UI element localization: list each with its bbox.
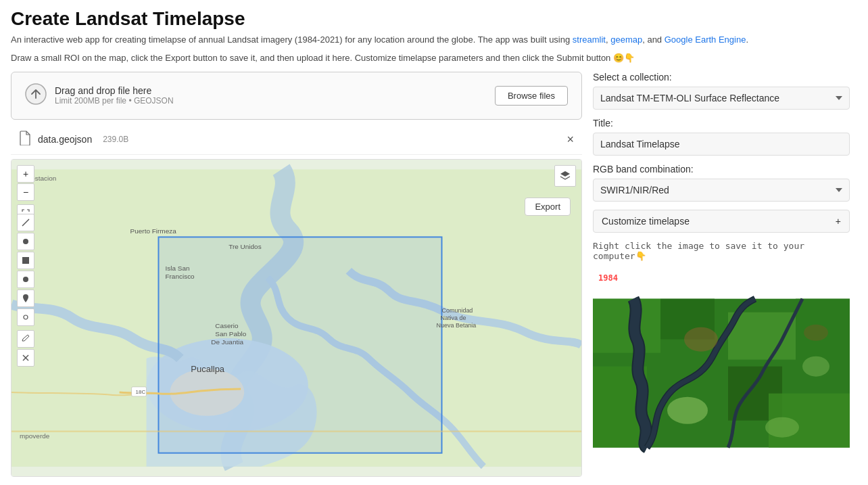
svg-rect-4 — [158, 237, 441, 453]
customize-plus-icon: + — [836, 216, 841, 227]
browse-files-button[interactable]: Browse files — [495, 86, 568, 106]
svg-text:De Juantia: De Juantia — [211, 338, 243, 346]
svg-text:Nativa de: Nativa de — [440, 315, 466, 321]
svg-point-38 — [765, 417, 799, 437]
file-icon — [19, 131, 31, 149]
geemap-link[interactable]: geemap — [610, 34, 642, 45]
svg-text:18C: 18C — [136, 389, 146, 395]
svg-line-22 — [22, 219, 29, 226]
layers-button[interactable] — [554, 165, 576, 187]
collection-label: Select a collection: — [593, 72, 850, 83]
svg-text:Comunidad: Comunidad — [441, 307, 473, 314]
file-name: data.geojson — [38, 134, 92, 145]
file-item: data.geojson 239.0B × — [11, 125, 582, 155]
subtitle: An interactive web app for creating time… — [11, 34, 857, 46]
upload-area: Drag and drop file here Limit 200MB per … — [11, 72, 582, 120]
draw-controls — [17, 214, 34, 367]
upload-drag-text: Drag and drop file here — [55, 85, 174, 96]
edit-button[interactable] — [17, 330, 34, 348]
svg-point-39 — [802, 356, 829, 376]
svg-rect-24 — [22, 257, 29, 264]
svg-point-37 — [667, 396, 708, 423]
title-group: Title: — [593, 118, 850, 156]
gee-link[interactable]: Google Earth Engine — [665, 34, 746, 45]
svg-text:Francisco: Francisco — [165, 273, 195, 280]
satellite-image: 1984 — [593, 269, 850, 477]
save-hint: Right click the image to save it to your… — [593, 241, 850, 261]
collection-group: Select a collection: Landsat TM-ETM-OLI … — [593, 72, 850, 110]
draw-point-button[interactable] — [17, 308, 34, 326]
customize-label: Customize timelapse — [602, 216, 690, 227]
zoom-out-button[interactable]: − — [17, 183, 34, 201]
rgb-label: RGB band combination: — [593, 164, 850, 175]
map-container[interactable]: 18C eforestacion Puerto Firmeza Isla San… — [11, 159, 582, 477]
svg-point-26 — [24, 315, 28, 319]
zoom-in-button[interactable]: + — [17, 165, 34, 183]
page-title: Create Landsat Timelapse — [11, 8, 857, 30]
svg-text:Isla San: Isla San — [165, 264, 189, 272]
svg-text:Tre Unidos: Tre Unidos — [228, 243, 261, 250]
file-size: 239.0B — [103, 135, 128, 144]
svg-text:Nueva Betania: Nueva Betania — [437, 322, 477, 329]
streamlit-link[interactable]: streamlit — [573, 34, 606, 45]
export-button[interactable]: Export — [525, 198, 571, 216]
upload-icon — [25, 83, 47, 108]
year-label: 1984 — [598, 273, 618, 283]
upload-limit-text: Limit 200MB per file • GEOJSON — [55, 96, 174, 106]
draw-polygon-button[interactable] — [17, 233, 34, 250]
svg-point-41 — [804, 324, 828, 340]
collection-select[interactable]: Landsat TM-ETM-OLI Surface ReflectanceLa… — [593, 87, 850, 110]
svg-rect-30 — [593, 298, 660, 352]
svg-point-23 — [23, 239, 28, 244]
draw-rect-button[interactable] — [17, 252, 34, 269]
draw-line-button[interactable] — [17, 214, 34, 231]
draw-marker-button[interactable] — [17, 290, 34, 307]
svg-point-25 — [23, 277, 28, 282]
right-panel: Select a collection: Landsat TM-ETM-OLI … — [593, 72, 850, 477]
svg-text:Puerto Firmeza: Puerto Firmeza — [130, 227, 177, 235]
rgb-group: RGB band combination: SWIR1/NIR/RedNIR/R… — [593, 164, 850, 202]
rgb-select[interactable]: SWIR1/NIR/RedNIR/Red/GreenRed/Green/Blue — [593, 179, 850, 202]
delete-button[interactable] — [17, 349, 34, 367]
svg-text:Pucallpa: Pucallpa — [191, 364, 224, 374]
file-remove-button[interactable]: × — [566, 133, 574, 147]
instruction: Draw a small ROI on the map, click the E… — [11, 51, 857, 65]
title-input[interactable] — [593, 133, 850, 156]
svg-text:mpoverde: mpoverde — [20, 432, 50, 439]
draw-circle-button[interactable] — [17, 271, 34, 288]
svg-text:Caserio: Caserio — [215, 322, 239, 329]
title-label: Title: — [593, 118, 850, 129]
customize-timelapse-row[interactable]: Customize timelapse + — [593, 210, 850, 233]
svg-point-40 — [684, 327, 718, 351]
svg-text:San Pablo: San Pablo — [215, 330, 246, 338]
